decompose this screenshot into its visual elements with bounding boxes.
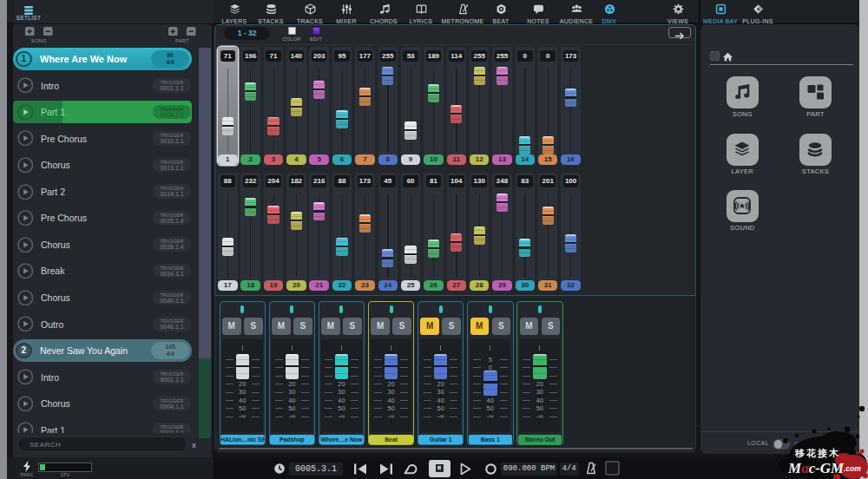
svg-text:Mac-GM: Mac-GM <box>787 460 845 476</box>
svg-text:.com: .com <box>844 464 861 473</box>
svg-text:移花接木: 移花接木 <box>794 448 840 458</box>
